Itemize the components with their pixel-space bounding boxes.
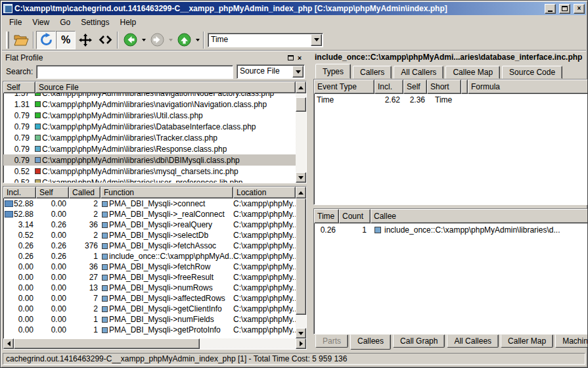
minimize-button[interactable] xyxy=(545,4,556,14)
horizontal-scrollbar[interactable] xyxy=(3,338,306,349)
menu-view[interactable]: View xyxy=(27,16,55,28)
combo-arrow-button[interactable] xyxy=(311,34,322,46)
column-header-callee[interactable]: Callee xyxy=(371,209,588,223)
menu-file[interactable]: File xyxy=(4,16,27,28)
scroll-right-button[interactable] xyxy=(296,338,306,349)
scroll-up-button[interactable] xyxy=(296,81,306,93)
tab-types[interactable]: Types xyxy=(315,64,351,79)
column-header-function[interactable]: Function xyxy=(101,187,233,198)
group-by-combobox[interactable]: Source File xyxy=(237,64,305,79)
column-header-event-type[interactable]: Event Type xyxy=(314,80,374,94)
column-header-count[interactable]: Count xyxy=(339,209,371,223)
tab-caller-map[interactable]: Caller Map xyxy=(501,334,553,348)
tab-source-code[interactable]: Source Code xyxy=(502,66,562,79)
forward-dropdown[interactable] xyxy=(167,31,174,49)
table-row[interactable]: 52.880.002PMA_DBI_Mysqli->connectC:\xamp… xyxy=(3,198,296,209)
forward-button[interactable] xyxy=(147,31,167,49)
list-item-selected[interactable]: 0.79C:\xampp\phpMyAdmin\libraries\dbi\DB… xyxy=(3,154,296,166)
column-header-called[interactable]: Called xyxy=(69,187,101,198)
list-item[interactable]: 0.79C:\xampp\phpMyAdmin\libraries\Databa… xyxy=(3,121,296,132)
table-row[interactable]: Time 2.62 2.36 Time xyxy=(314,94,588,106)
table-row[interactable]: 0.000.0013PMA_DBI_Mysqli->numRowsC:\xamp… xyxy=(3,283,296,293)
menu-go[interactable]: Go xyxy=(55,16,76,28)
event-type-value: Time xyxy=(208,34,310,47)
menu-help[interactable]: Help xyxy=(115,16,142,28)
menu-settings[interactable]: Settings xyxy=(76,16,114,28)
table-row[interactable]: 0.000.0027PMA_DBI_Mysqli->freeResultC:\x… xyxy=(3,272,296,283)
table-row[interactable]: 0.260.26376PMA_DBI_Mysqli->fetchAssocC:\… xyxy=(3,241,296,251)
table-row[interactable]: 0.000.0036PMA_DBI_Mysqli->fetchRowC:\xam… xyxy=(3,262,296,272)
column-header-self[interactable]: Self xyxy=(36,187,69,198)
list-item[interactable]: 0.79C:\xampp\phpMyAdmin\libraries\Util.c… xyxy=(3,110,296,121)
table-row[interactable]: 3.140.2636PMA_DBI_Mysqli->realQueryC:\xa… xyxy=(3,219,296,230)
event-type-value: Time xyxy=(314,95,374,104)
open-file-button[interactable] xyxy=(11,31,31,49)
table-row[interactable]: 0.26 1 include_once::C:\xampp\phpMyAdmin… xyxy=(314,223,588,236)
table-row[interactable]: 52.880.002PMA_DBI_Mysqli->_realConnectC:… xyxy=(3,209,296,219)
incl-value: 52.88 xyxy=(13,210,36,219)
tab-callees[interactable]: Callees xyxy=(350,334,391,350)
vertical-splitter[interactable] xyxy=(307,51,313,351)
count-value: 1 xyxy=(339,225,371,235)
maximize-button[interactable] xyxy=(559,4,570,14)
tab-all-callers[interactable]: All Callers xyxy=(394,66,443,79)
vertical-scrollbar[interactable] xyxy=(296,93,306,183)
list-item[interactable]: 0.52C:\xampp\phpMyAdmin\libraries\user_p… xyxy=(3,177,296,183)
column-header-self[interactable]: Self xyxy=(403,80,427,94)
dock-title-bar[interactable]: Flat Profile × xyxy=(3,52,307,63)
tab-callee-map[interactable]: Callee Map xyxy=(445,66,500,79)
up-button[interactable] xyxy=(174,31,194,49)
list-item[interactable]: 0.79C:\xampp\phpMyAdmin\libraries\Tracke… xyxy=(3,132,296,143)
vertical-scrollbar[interactable] xyxy=(296,198,306,338)
column-header-incl[interactable]: Incl. xyxy=(374,80,403,94)
up-dropdown[interactable] xyxy=(194,31,201,49)
list-item[interactable]: 0.79C:\xampp\phpMyAdmin\libraries\Respon… xyxy=(3,143,296,154)
column-header-source-file[interactable]: Source File xyxy=(35,81,296,93)
called-value: 2 xyxy=(69,231,101,240)
reload-button[interactable] xyxy=(36,31,56,49)
scrollbar-thumb[interactable] xyxy=(296,97,306,112)
file-path: C:\xampp\phpMyAdmin\libraries\Util.class… xyxy=(42,111,203,120)
scroll-up-button[interactable] xyxy=(296,187,306,198)
scroll-down-button[interactable] xyxy=(296,328,306,338)
dock-float-button[interactable] xyxy=(286,53,295,62)
list-item[interactable]: 0.52C:\xampp\phpMyAdmin\libraries\mysql_… xyxy=(3,166,296,177)
tab-all-callees[interactable]: All Callees xyxy=(447,334,499,348)
tab-callers[interactable]: Callers xyxy=(353,66,392,79)
back-button[interactable] xyxy=(120,31,140,49)
list-item[interactable]: 1.31C:\xampp\phpMyAdmin\libraries\naviga… xyxy=(3,99,296,110)
percent-toggle-button[interactable]: % xyxy=(56,31,76,49)
scrollbar-thumb[interactable] xyxy=(296,198,306,315)
table-row[interactable]: 0.520.002PMA_DBI_Mysqli->selectDbC:\xamp… xyxy=(3,230,296,241)
tab-machine[interactable]: Machine xyxy=(555,334,588,348)
table-row[interactable]: 0.260.261include_once::C:\xampp\phpMyAd.… xyxy=(3,251,296,262)
event-type-combobox[interactable]: Time xyxy=(208,33,323,47)
chevron-down-icon xyxy=(142,39,146,41)
list-item[interactable]: 1.57C:\xampp\phpMyAdmin\libraries\naviga… xyxy=(3,93,296,99)
column-header-incl[interactable]: Incl. xyxy=(3,187,36,198)
scroll-down-button[interactable] xyxy=(296,172,306,183)
column-header-formula[interactable]: Formula xyxy=(468,80,588,94)
column-header-self[interactable]: Self xyxy=(3,81,35,93)
toolbar-handle[interactable] xyxy=(6,32,9,49)
scrollbar-thumb[interactable] xyxy=(14,338,200,349)
column-header-short[interactable]: Short xyxy=(427,80,461,94)
column-header-location[interactable]: Location xyxy=(233,187,296,198)
table-row[interactable]: 0.000.007PMA_DBI_Mysqli->affectedRowsC:\… xyxy=(3,293,296,304)
close-button[interactable]: × xyxy=(574,4,585,14)
table-row[interactable]: 0.000.001PMA_DBI_Mysqli->getProtoInfoC:\… xyxy=(3,325,296,335)
search-input[interactable] xyxy=(36,65,233,79)
function-name: PMA_DBI_Mysqli->affectedRows xyxy=(109,294,225,303)
table-row[interactable]: 0.000.002PMA_DBI_Mysqli->getClientInfoC:… xyxy=(3,304,296,314)
column-header-time[interactable]: Time xyxy=(314,209,339,223)
file-color-icon xyxy=(35,101,41,107)
incl-value: 0.26 xyxy=(3,241,36,250)
table-row[interactable]: 0.000.001PMA_DBI_Mysqli->numFieldsC:\xam… xyxy=(3,314,296,325)
expand-depth-button[interactable] xyxy=(76,31,95,49)
combo-arrow-button[interactable] xyxy=(292,66,304,78)
tab-call-graph[interactable]: Call Graph xyxy=(393,334,445,348)
dock-close-button[interactable]: × xyxy=(295,53,304,62)
back-dropdown[interactable] xyxy=(140,31,147,49)
scroll-left-button[interactable] xyxy=(3,338,14,349)
relative-cost-button[interactable] xyxy=(95,31,115,49)
